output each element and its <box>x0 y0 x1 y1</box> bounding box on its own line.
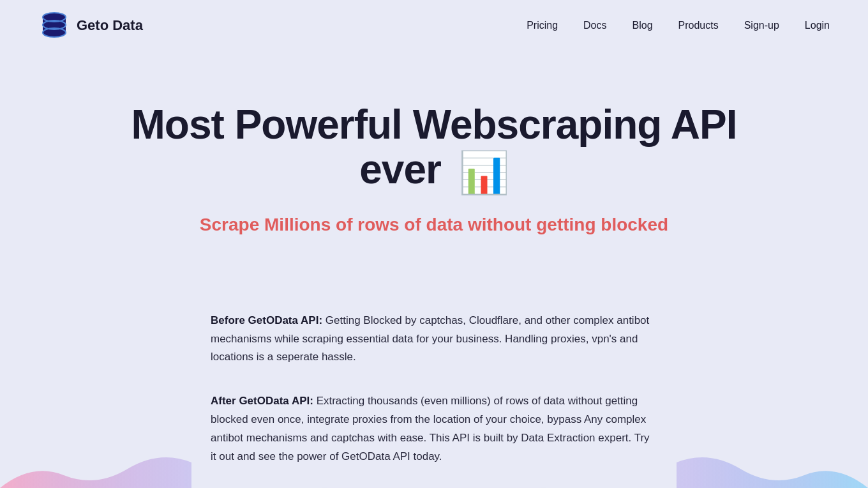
nav-link-signup[interactable]: Sign-up <box>744 20 779 31</box>
chart-emoji: 📊 <box>458 149 509 195</box>
logo-icon <box>38 10 70 42</box>
before-description: Before GetOData API: Getting Blocked by … <box>211 312 657 367</box>
after-label: After GetOData API: <box>211 395 313 407</box>
after-description: After GetOData API: Extracting thousands… <box>211 392 657 466</box>
navbar: Geto Data Pricing Docs Blog Products Sig… <box>0 0 868 51</box>
nav-item-signup[interactable]: Sign-up <box>744 20 779 31</box>
hero-title-text: Most Powerful Webscraping API ever <box>131 102 737 192</box>
logo-link[interactable]: Geto Data <box>38 10 143 42</box>
nav-link-blog[interactable]: Blog <box>632 20 653 31</box>
nav-item-products[interactable]: Products <box>678 20 719 31</box>
nav-item-docs[interactable]: Docs <box>583 20 606 31</box>
nav-link-docs[interactable]: Docs <box>583 20 606 31</box>
nav-item-pricing[interactable]: Pricing <box>527 20 558 31</box>
nav-item-blog[interactable]: Blog <box>632 20 653 31</box>
nav-item-login[interactable]: Login <box>805 20 830 31</box>
hero-section: Most Powerful Webscraping API ever 📊 Scr… <box>0 51 868 312</box>
wave-left <box>0 450 191 488</box>
nav-link-products[interactable]: Products <box>678 20 719 31</box>
nav-link-pricing[interactable]: Pricing <box>527 20 558 31</box>
wave-right <box>677 450 868 488</box>
nav-links: Pricing Docs Blog Products Sign-up Login <box>527 20 830 31</box>
logo-text: Geto Data <box>77 17 143 34</box>
nav-link-login[interactable]: Login <box>805 20 830 31</box>
before-label: Before GetOData API: <box>211 314 322 326</box>
hero-subtitle: Scrape Millions of rows of data without … <box>200 215 668 235</box>
hero-title: Most Powerful Webscraping API ever 📊 <box>128 102 740 195</box>
description-section: Before GetOData API: Getting Blocked by … <box>172 312 696 466</box>
